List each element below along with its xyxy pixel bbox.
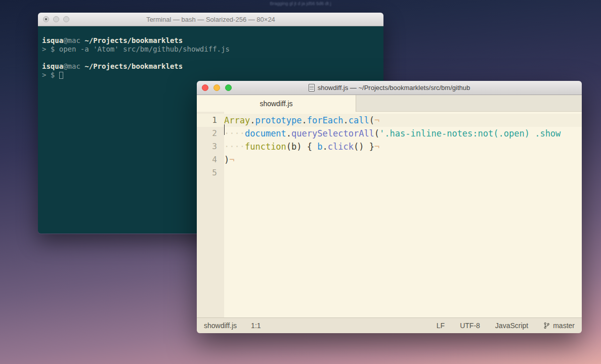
terminal-titlebar[interactable]: Terminal — bash — Solarized-256 — 80×24 bbox=[38, 13, 383, 26]
token: ¬ bbox=[374, 115, 379, 125]
code-line bbox=[224, 166, 582, 179]
status-language[interactable]: JavaScript bbox=[495, 322, 528, 330]
status-file[interactable]: showdiff.js bbox=[204, 322, 237, 330]
token: . bbox=[343, 115, 348, 125]
document-icon bbox=[309, 84, 315, 92]
terminal-line: > $ bbox=[42, 71, 383, 79]
terminal-line: > $ open -a 'Atom' src/bm/github/showdif… bbox=[42, 45, 383, 54]
token: . bbox=[286, 128, 291, 139]
editor-window: showdiff.js — ~/Projects/bookmarklets/sr… bbox=[197, 81, 582, 333]
git-branch-icon bbox=[543, 322, 550, 329]
token: click bbox=[328, 142, 354, 152]
code-line: ····function(b) { b.click() }¬ bbox=[224, 140, 582, 153]
token: isqua bbox=[42, 36, 63, 44]
token: ) bbox=[224, 155, 229, 165]
token: @mac bbox=[63, 62, 80, 70]
editor-main: 12345 Array.prototype.forEach.call(¬····… bbox=[197, 112, 582, 317]
tab-showdiff[interactable]: showdiff.js bbox=[197, 95, 356, 112]
terminal-cursor bbox=[59, 72, 63, 79]
token: forEach bbox=[307, 115, 344, 125]
tab-bar-filler bbox=[356, 95, 582, 112]
token: call bbox=[349, 115, 369, 125]
terminal-line: isqua@mac ~/Projects/bookmarklets bbox=[42, 62, 383, 71]
token: () } bbox=[354, 142, 374, 152]
code-area[interactable]: Array.prototype.forEach.call(¬····docume… bbox=[224, 112, 582, 317]
token: > $ bbox=[42, 71, 59, 79]
token: @mac bbox=[63, 36, 80, 44]
token: querySelectorAll bbox=[291, 128, 374, 139]
editor-titlebar[interactable]: showdiff.js — ~/Projects/bookmarklets/sr… bbox=[197, 81, 582, 95]
token: ¬ bbox=[229, 155, 234, 165]
token: prototype bbox=[255, 115, 302, 125]
editor-minimize-button[interactable] bbox=[213, 84, 220, 91]
token: > $ open -a 'Atom' src/bm/github/showdif… bbox=[42, 45, 230, 53]
token: . bbox=[302, 115, 307, 125]
token: '.has-inline-notes:not(.open) .show bbox=[379, 128, 561, 139]
line-number-gutter: 12345 bbox=[197, 112, 224, 317]
desktop: { "desktop": { "watermark": "Bragging gl… bbox=[0, 0, 601, 364]
status-encoding[interactable]: UTF-8 bbox=[460, 322, 480, 330]
wallpaper-watermark: Bragging gl jt d ja jd56 5d6 dt j bbox=[270, 1, 331, 6]
code-line: Array.prototype.forEach.call(¬ bbox=[224, 114, 582, 127]
token: ···· bbox=[224, 128, 245, 139]
token: ~/Projects/bookmarklets bbox=[80, 62, 183, 70]
token: isqua bbox=[42, 62, 63, 70]
editor-close-button[interactable] bbox=[202, 84, 208, 91]
gutter-line-number: 4 bbox=[197, 153, 224, 166]
editor-traffic-lights bbox=[202, 84, 232, 91]
tab-bar: showdiff.js bbox=[197, 95, 582, 112]
terminal-line: isqua@mac ~/Projects/bookmarklets bbox=[42, 36, 383, 45]
token: b bbox=[317, 142, 322, 152]
token: . bbox=[323, 142, 328, 152]
token: function bbox=[245, 142, 286, 152]
token: . bbox=[250, 115, 255, 125]
token: ···· bbox=[224, 142, 245, 152]
status-branch: master bbox=[543, 322, 575, 330]
token: Array bbox=[224, 115, 250, 125]
branch-label: master bbox=[553, 322, 575, 330]
gutter-line-number: 1 bbox=[197, 114, 224, 127]
status-bar: showdiff.js 1:1 LF UTF-8 JavaScript mast… bbox=[197, 317, 582, 333]
editor-zoom-button[interactable] bbox=[225, 84, 232, 91]
terminal-title: Terminal — bash — Solarized-256 — 80×24 bbox=[38, 16, 383, 23]
terminal-line bbox=[42, 54, 383, 62]
tab-label: showdiff.js bbox=[260, 100, 292, 108]
status-line-ending[interactable]: LF bbox=[437, 322, 445, 330]
token: ( bbox=[374, 128, 379, 139]
code-line: )¬ bbox=[224, 153, 582, 166]
editor-title: showdiff.js — ~/Projects/bookmarklets/sr… bbox=[318, 84, 470, 92]
code-line: ····document.querySelectorAll('.has-inli… bbox=[224, 127, 582, 140]
token: document bbox=[245, 128, 286, 139]
token: ~/Projects/bookmarklets bbox=[80, 36, 183, 44]
token: ( bbox=[369, 115, 374, 125]
token: (b) { bbox=[286, 142, 317, 152]
gutter-line-number: 3 bbox=[197, 140, 224, 153]
gutter-line-number: 2 bbox=[197, 127, 224, 140]
status-cursor-position[interactable]: 1:1 bbox=[251, 322, 261, 330]
token: ¬ bbox=[374, 142, 379, 152]
gutter-line-number: 5 bbox=[197, 166, 224, 179]
